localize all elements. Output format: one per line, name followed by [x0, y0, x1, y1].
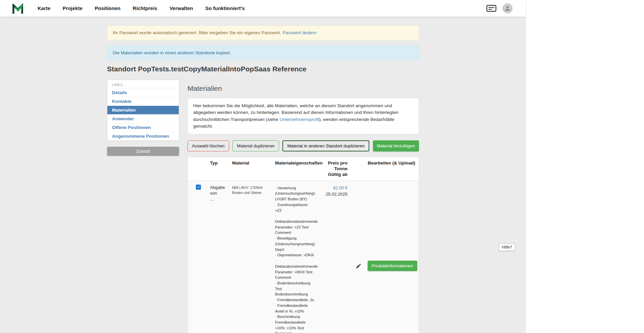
pencil-icon: [356, 263, 362, 269]
material-cell: MM | AVV: 170504 Boden und Steine: [229, 181, 272, 333]
help-button[interactable]: Hilfe?: [499, 244, 515, 251]
delete-selection-button[interactable]: Auswahl löschen: [187, 140, 229, 151]
column-header-typ: Typ: [207, 157, 229, 181]
logo-m-icon: [12, 3, 23, 14]
typ-cell: Abgabe von ...: [207, 181, 229, 333]
info-text: Die Materialien wurden in einen anderen …: [113, 50, 231, 55]
column-header-edit: Bearbeiten (& Upload): [351, 157, 419, 181]
app-frame: Karte Projekte Positionen Richtpreis Ver…: [0, 0, 526, 333]
typ-line1: Abgabe von: [210, 185, 225, 196]
sidebar-item-details[interactable]: Details: [107, 88, 179, 97]
nav-item-verwalten[interactable]: Verwalten: [169, 5, 193, 11]
sidebar-header: LINKS: [107, 80, 179, 88]
material-property: Bodenbeschreibung: Test Bodenbeschreibun…: [275, 280, 315, 297]
content-area: Ihr Passwort wurde automatisch generiert…: [0, 17, 526, 333]
material-property: Fremdbestandteile: Ja: [275, 297, 315, 303]
material-property: Verwertung (Untersuchungsumfang): LVGBT …: [275, 185, 315, 202]
warning-text: Ihr Passwort wurde automatisch generiert…: [113, 30, 281, 35]
copy-info-banner: Die Materialien wurden in einen anderen …: [107, 46, 419, 60]
table-header-row: Typ Material Materialeigenschaften Preis…: [188, 157, 419, 181]
duplicate-material-button[interactable]: Material duplizieren: [232, 140, 279, 151]
material-property: Fremdbestandteile Anteil in %: >10%: [275, 303, 315, 314]
properties-cell: Verwertung (Untersuchungsumfang): LVGBT …: [272, 181, 318, 333]
sidebar-item-offene-positionen[interactable]: Offene Positionen: [107, 123, 179, 132]
edit-cell: Produktinformationen: [351, 257, 419, 274]
row-checkbox[interactable]: [196, 185, 201, 190]
price-header-line2: Gültig ab: [321, 172, 347, 178]
description-card: Hier bekommen Sie die Möglichkeit, alle …: [187, 98, 419, 134]
unternehmensprofil-link[interactable]: Unternehmensprofil: [279, 117, 319, 122]
table-row: Abgabe von ... MM | AVV: 170504 Boden un…: [188, 181, 419, 333]
nav-item-positionen[interactable]: Positionen: [95, 5, 120, 11]
material-property: Zuordnungsklasse: >Z2: [275, 202, 315, 213]
product-info-button[interactable]: Produktinformationen: [368, 261, 417, 271]
back-button[interactable]: Zurück: [107, 147, 179, 156]
main-nav: Karte Projekte Positionen Richtpreis Ver…: [38, 5, 256, 11]
person-icon: [504, 5, 511, 11]
nav-item-richtpreis[interactable]: Richtpreis: [133, 5, 157, 11]
typ-line2: ...: [210, 196, 225, 202]
column-header-material: Material: [229, 157, 272, 181]
page-title: Standort PopTests.testCopyMaterialIntoPo…: [107, 65, 419, 73]
material-property: Deklarationsbestimmende Parameter: >Z2 T…: [275, 213, 315, 236]
password-warning-banner: Ihr Passwort wurde automatisch generiert…: [107, 25, 419, 40]
card-icon[interactable]: [486, 4, 496, 12]
sidebar-column: LINKS Details Kontakte Materialien Anwen…: [107, 80, 179, 156]
user-avatar[interactable]: [502, 3, 513, 13]
check-icon: [197, 185, 201, 189]
section-heading: Materialien: [187, 84, 419, 92]
material-property: Beschreibung Fremdbestandteile >10%: >10…: [275, 314, 315, 333]
add-material-button[interactable]: Material hinzufügen: [373, 140, 419, 151]
checkbox-cell: [188, 181, 207, 333]
price-header-line1: Preis pro Tonne: [321, 160, 347, 172]
password-change-link[interactable]: Passwort ändern: [283, 30, 317, 35]
nav-item-projekte[interactable]: Projekte: [63, 5, 83, 11]
mineral-minds-logo[interactable]: [12, 3, 23, 14]
column-header-properties: Materialeigenschaften: [272, 157, 318, 181]
material-property: Deponieklasse: >DKIII: [275, 252, 315, 258]
table-actions: Auswahl löschen Material duplizieren Mat…: [187, 140, 419, 151]
column-header-price: Preis pro Tonne Gültig ab: [318, 157, 351, 181]
materials-table: Typ Material Materialeigenschaften Preis…: [187, 157, 419, 333]
duplicate-to-other-site-button[interactable]: Material in anderen Standort duplizieren: [282, 140, 369, 151]
sidebar-item-anwender[interactable]: Anwender: [107, 114, 179, 123]
nav-item-karte[interactable]: Karte: [38, 5, 50, 11]
valid-from-date: 25.02.2025: [321, 191, 347, 198]
sidebar-item-angenommene-positionen[interactable]: Angenommene Positionen: [107, 132, 179, 140]
materials-section: Materialien Hier bekommen Sie die Möglic…: [187, 80, 419, 333]
price-cell: 42,00 € 25.02.2025: [318, 181, 351, 333]
top-navigation: Karte Projekte Positionen Richtpreis Ver…: [0, 0, 526, 17]
material-property: Beseitigung (Untersuchungsumfang): DepV: [275, 236, 315, 252]
column-header-checkbox: [188, 157, 207, 181]
topnav-right: [486, 3, 513, 13]
price-link[interactable]: 42,00 €: [333, 185, 347, 190]
nav-item-so-funktionierts[interactable]: So funktioniert's: [205, 5, 245, 11]
sidebar-item-materialien[interactable]: Materialien: [107, 106, 179, 114]
material-property: Deklarationsbestimmende Parameter: >DKII…: [275, 258, 315, 280]
page-layout: LINKS Details Kontakte Materialien Anwen…: [107, 80, 419, 333]
edit-button[interactable]: [354, 262, 363, 270]
sidebar: LINKS Details Kontakte Materialien Anwen…: [107, 80, 179, 141]
sidebar-item-kontakte[interactable]: Kontakte: [107, 97, 179, 106]
